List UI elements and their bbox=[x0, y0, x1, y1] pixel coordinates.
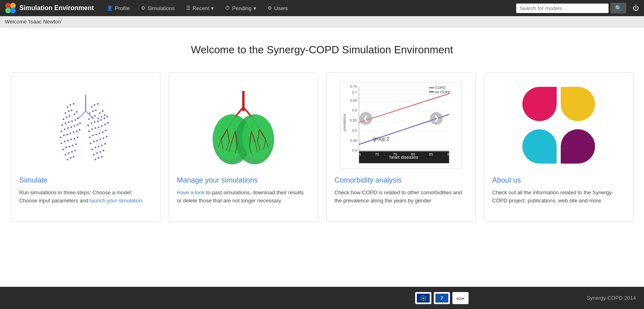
footer-copyright: Synergy-COPD 2014 bbox=[587, 295, 636, 301]
svg-text:0.6: 0.6 bbox=[352, 108, 357, 112]
manage-card-title[interactable]: Manage your simulations bbox=[177, 176, 310, 185]
svg-text:COPD: COPD bbox=[435, 85, 446, 89]
svg-text:80: 80 bbox=[411, 152, 415, 156]
comorbidity-chart-svg: heart diseases 0.4 0.45 0.5 0.55 0.6 0.6… bbox=[340, 82, 462, 169]
welcome-text: Welcome 'Isaac Newton' bbox=[5, 19, 62, 25]
svg-point-83 bbox=[92, 135, 94, 136]
svg-point-104 bbox=[98, 157, 99, 159]
svg-point-34 bbox=[76, 130, 78, 132]
svg-point-53 bbox=[73, 156, 74, 158]
svg-point-1 bbox=[10, 3, 16, 8]
svg-point-64 bbox=[94, 115, 96, 117]
nav-pending[interactable]: ⏱ Pending ▾ bbox=[220, 0, 261, 16]
nav-recent[interactable]: ☰ Recent ▾ bbox=[181, 0, 219, 16]
svg-point-86 bbox=[102, 131, 103, 133]
synergy-icon: SCOP bbox=[454, 294, 467, 303]
svg-point-40 bbox=[74, 138, 75, 139]
svg-text:0.65: 0.65 bbox=[350, 98, 357, 102]
eu-flag-icon: ★ bbox=[417, 294, 430, 303]
chart-prev-btn[interactable]: ❮ bbox=[359, 112, 372, 125]
simulate-card: /* dots generated inline */ bbox=[11, 72, 160, 222]
have-a-look-link[interactable]: Have a look bbox=[177, 189, 205, 195]
svg-point-3 bbox=[10, 8, 16, 13]
app-logo-icon bbox=[5, 2, 16, 14]
svg-point-23 bbox=[64, 128, 65, 130]
logo-petal-teal bbox=[522, 129, 557, 164]
svg-point-17 bbox=[65, 122, 66, 124]
svg-point-89 bbox=[93, 141, 95, 142]
svg-text:0.4: 0.4 bbox=[352, 148, 357, 152]
navbar: Simulation Environment 👤 Profile ⚙ Simul… bbox=[0, 0, 644, 16]
svg-point-81 bbox=[107, 122, 109, 124]
svg-point-96 bbox=[98, 146, 99, 147]
svg-point-51 bbox=[67, 159, 68, 160]
svg-point-72 bbox=[100, 119, 102, 121]
comorbidity-card-title[interactable]: Comorbidity analysis bbox=[335, 176, 467, 185]
power-button[interactable]: ⏻ bbox=[633, 4, 639, 12]
svg-point-69 bbox=[91, 122, 92, 124]
svg-point-49 bbox=[71, 151, 73, 153]
svg-line-107 bbox=[78, 111, 86, 119]
svg-rect-163 bbox=[429, 87, 434, 88]
svg-point-70 bbox=[94, 121, 95, 123]
simulate-card-title[interactable]: Simulate bbox=[19, 176, 152, 185]
svg-text:★: ★ bbox=[422, 297, 425, 300]
chart-next-btn[interactable]: ❯ bbox=[430, 112, 443, 125]
manage-card: Manage your simulations Have a look to p… bbox=[169, 72, 318, 222]
search-button[interactable]: 🔍 bbox=[610, 3, 626, 13]
svg-point-92 bbox=[103, 137, 104, 139]
nav-users[interactable]: ⚙ Users bbox=[263, 0, 293, 16]
comorbidity-card: heart diseases 0.4 0.45 0.5 0.55 0.6 0.6… bbox=[326, 72, 476, 222]
svg-point-82 bbox=[89, 137, 91, 138]
svg-point-101 bbox=[99, 151, 101, 153]
footer: ★ 7 SCOP Synergy-COPD 2014 bbox=[0, 287, 644, 309]
cards-row: /* dots generated inline */ bbox=[11, 72, 633, 222]
svg-point-26 bbox=[74, 125, 75, 127]
svg-text:❯: ❯ bbox=[433, 115, 439, 122]
synergy-copd-logo bbox=[518, 85, 599, 166]
svg-text:7: 7 bbox=[441, 296, 443, 301]
main-content: Welcome to the Synergy-COPD Simulation E… bbox=[0, 27, 644, 287]
svg-point-97 bbox=[101, 145, 103, 146]
svg-point-39 bbox=[70, 139, 72, 140]
svg-point-50 bbox=[74, 150, 76, 151]
svg-point-57 bbox=[89, 112, 91, 114]
svg-point-105 bbox=[101, 156, 103, 158]
footer-synergy-badge: SCOP bbox=[452, 292, 469, 304]
svg-point-29 bbox=[60, 137, 61, 138]
brand-title: Simulation Environment bbox=[19, 4, 94, 12]
svg-point-25 bbox=[70, 126, 72, 128]
svg-point-54 bbox=[91, 106, 93, 108]
svg-point-38 bbox=[67, 140, 69, 141]
svg-point-85 bbox=[99, 132, 100, 134]
svg-point-45 bbox=[72, 145, 74, 146]
svg-point-27 bbox=[77, 124, 78, 126]
clock-icon: ⏱ bbox=[225, 5, 230, 11]
svg-point-10 bbox=[71, 109, 72, 111]
svg-point-52 bbox=[70, 157, 72, 159]
launch-link[interactable]: launch your simulation bbox=[90, 198, 142, 204]
svg-point-35 bbox=[79, 129, 80, 130]
svg-text:❮: ❮ bbox=[363, 115, 368, 122]
about-card-image bbox=[492, 81, 625, 170]
svg-point-56 bbox=[97, 103, 99, 105]
svg-point-19 bbox=[71, 120, 73, 122]
search-input[interactable] bbox=[516, 3, 609, 13]
nav-simulations[interactable]: ⚙ Simulations bbox=[136, 0, 179, 16]
svg-point-65 bbox=[97, 118, 99, 119]
svg-point-62 bbox=[88, 118, 90, 120]
search-icon: 🔍 bbox=[615, 5, 622, 11]
logo-petal-yellow bbox=[561, 87, 595, 121]
svg-point-41 bbox=[77, 137, 78, 138]
svg-point-119 bbox=[242, 115, 273, 160]
about-card-title[interactable]: About us bbox=[492, 176, 625, 185]
dropdown-arrow-pending: ▾ bbox=[253, 5, 256, 11]
svg-rect-165 bbox=[429, 91, 434, 92]
welcome-bar: Welcome 'Isaac Newton' bbox=[0, 16, 644, 27]
svg-point-18 bbox=[68, 121, 70, 123]
svg-point-46 bbox=[75, 143, 77, 145]
svg-point-16 bbox=[61, 124, 63, 126]
svg-point-61 bbox=[102, 110, 103, 112]
logo-petal-purple bbox=[561, 129, 595, 164]
nav-profile[interactable]: 👤 Profile bbox=[102, 0, 135, 16]
